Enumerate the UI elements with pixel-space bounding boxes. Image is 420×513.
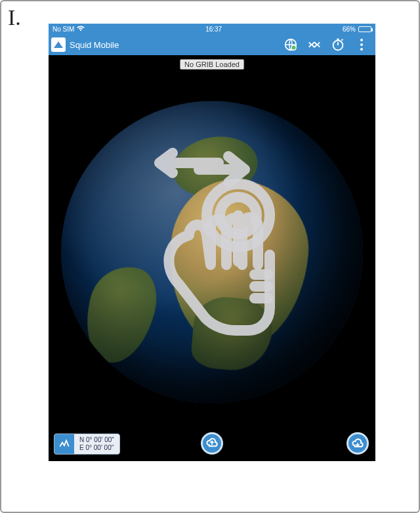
battery-percent-label: 66% [343, 26, 356, 33]
tablet-screenshot: No SIM 16:37 66% Squid Mobile [49, 24, 375, 461]
app-logo-icon [51, 37, 66, 52]
coordinates-button[interactable]: N 0° 00' 00" E 0° 00' 00" [54, 434, 120, 455]
svg-point-1 [291, 45, 296, 50]
svg-point-4 [360, 39, 363, 41]
track-line-icon [54, 434, 74, 454]
stopwatch-icon[interactable] [331, 37, 345, 52]
longitude-value: E 0° 00' 00" [79, 444, 114, 452]
ios-status-bar: No SIM 16:37 66% [49, 24, 375, 34]
latitude-value: N 0° 00' 00" [79, 436, 114, 444]
earth-globe [61, 101, 363, 403]
clock-label: 16:37 [205, 26, 222, 33]
map-globe-view[interactable]: No GRIB Loaded [49, 55, 375, 461]
carrier-label: No SIM [52, 26, 74, 33]
svg-point-5 [360, 43, 363, 46]
app-title: Squid Mobile [70, 40, 119, 50]
battery-icon [358, 26, 371, 32]
svg-point-6 [360, 48, 363, 51]
more-menu-icon[interactable] [354, 37, 369, 52]
satellite-icon[interactable] [307, 37, 322, 52]
grib-status-badge: No GRIB Loaded [180, 59, 244, 70]
weather-request-button[interactable] [201, 432, 223, 455]
coordinates-readout: N 0° 00' 00" E 0° 00' 00" [74, 436, 119, 452]
step-number-label: I. [8, 5, 21, 30]
svg-rect-2 [312, 42, 317, 47]
download-button[interactable] [346, 432, 369, 455]
app-toolbar: Squid Mobile [49, 34, 375, 55]
wifi-icon [77, 25, 85, 33]
figure-frame: I. No SIM 16:37 66% [0, 0, 420, 513]
layers-globe-icon[interactable] [284, 37, 298, 52]
